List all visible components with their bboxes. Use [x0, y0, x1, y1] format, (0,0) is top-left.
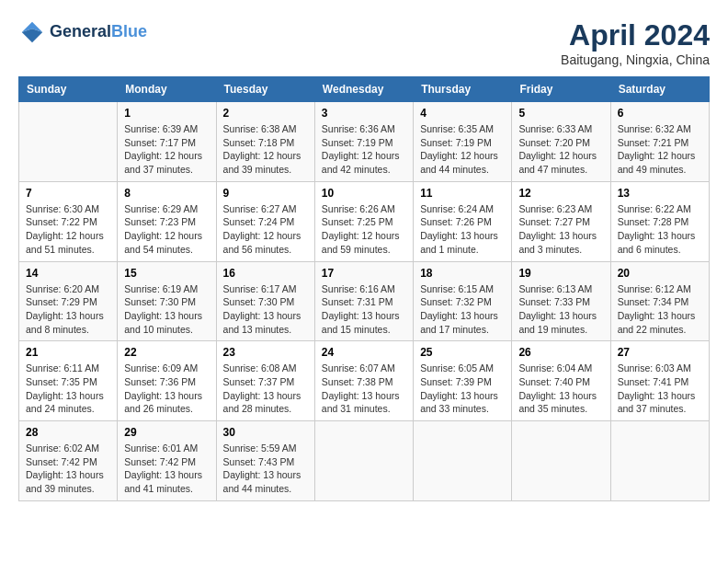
calendar-cell: 22Sunrise: 6:09 AM Sunset: 7:36 PM Dayli…: [118, 341, 216, 421]
day-number: 5: [518, 107, 603, 120]
day-number: 26: [518, 346, 603, 359]
calendar-cell: 9Sunrise: 6:27 AM Sunset: 7:24 PM Daylig…: [216, 181, 314, 261]
calendar-week-row: 21Sunrise: 6:11 AM Sunset: 7:35 PM Dayli…: [19, 341, 710, 421]
calendar-cell: 24Sunrise: 6:07 AM Sunset: 7:38 PM Dayli…: [314, 341, 413, 421]
day-number: 18: [420, 267, 505, 280]
calendar-cell: 25Sunrise: 6:05 AM Sunset: 7:39 PM Dayli…: [414, 341, 512, 421]
weekday-header-saturday: Saturday: [610, 77, 709, 102]
calendar-cell: 13Sunrise: 6:22 AM Sunset: 7:28 PM Dayli…: [610, 181, 709, 261]
day-info: Sunrise: 6:23 AM Sunset: 7:27 PM Dayligh…: [518, 202, 603, 257]
weekday-header-monday: Monday: [118, 77, 216, 102]
day-number: 2: [223, 107, 308, 120]
day-number: 3: [322, 107, 406, 120]
calendar-cell: 10Sunrise: 6:26 AM Sunset: 7:25 PM Dayli…: [314, 181, 413, 261]
day-info: Sunrise: 6:09 AM Sunset: 7:36 PM Dayligh…: [124, 362, 209, 416]
calendar-cell: 23Sunrise: 6:08 AM Sunset: 7:37 PM Dayli…: [216, 341, 314, 421]
day-number: 29: [124, 426, 209, 439]
day-number: 19: [518, 267, 603, 280]
day-number: 10: [322, 187, 406, 200]
location: Baitugang, Ningxia, China: [561, 52, 710, 67]
logo-icon: [18, 18, 46, 46]
day-number: 6: [618, 107, 702, 120]
day-number: 8: [124, 187, 209, 200]
calendar-cell: 11Sunrise: 6:24 AM Sunset: 7:26 PM Dayli…: [414, 181, 512, 261]
calendar-cell: 20Sunrise: 6:12 AM Sunset: 7:34 PM Dayli…: [610, 261, 709, 341]
day-number: 16: [223, 267, 308, 280]
day-number: 13: [618, 187, 702, 200]
calendar-cell: [512, 421, 610, 501]
calendar-cell: 27Sunrise: 6:03 AM Sunset: 7:41 PM Dayli…: [610, 341, 709, 421]
day-info: Sunrise: 6:27 AM Sunset: 7:24 PM Dayligh…: [223, 202, 308, 257]
calendar-cell: 4Sunrise: 6:35 AM Sunset: 7:19 PM Daylig…: [414, 102, 512, 182]
day-info: Sunrise: 6:24 AM Sunset: 7:26 PM Dayligh…: [420, 202, 505, 257]
day-number: 20: [618, 267, 702, 280]
day-info: Sunrise: 6:30 AM Sunset: 7:22 PM Dayligh…: [26, 202, 110, 257]
day-number: 25: [420, 346, 505, 359]
day-number: 27: [618, 346, 702, 359]
month-title: April 2024: [561, 18, 710, 52]
day-info: Sunrise: 6:38 AM Sunset: 7:18 PM Dayligh…: [223, 122, 308, 177]
day-number: 21: [26, 346, 110, 359]
day-info: Sunrise: 6:07 AM Sunset: 7:38 PM Dayligh…: [322, 362, 406, 416]
day-number: 1: [124, 107, 209, 120]
day-info: Sunrise: 6:32 AM Sunset: 7:21 PM Dayligh…: [618, 122, 702, 177]
day-number: 11: [420, 187, 505, 200]
page-header: GeneralBlue April 2024 Baitugang, Ningxi…: [18, 18, 710, 67]
day-info: Sunrise: 6:33 AM Sunset: 7:20 PM Dayligh…: [518, 122, 603, 177]
calendar-week-row: 7Sunrise: 6:30 AM Sunset: 7:22 PM Daylig…: [19, 181, 710, 261]
day-info: Sunrise: 6:22 AM Sunset: 7:28 PM Dayligh…: [618, 202, 702, 257]
day-info: Sunrise: 6:17 AM Sunset: 7:30 PM Dayligh…: [223, 282, 308, 337]
day-info: Sunrise: 6:35 AM Sunset: 7:19 PM Dayligh…: [420, 122, 505, 177]
calendar-cell: 16Sunrise: 6:17 AM Sunset: 7:30 PM Dayli…: [216, 261, 314, 341]
calendar-cell: 15Sunrise: 6:19 AM Sunset: 7:30 PM Dayli…: [118, 261, 216, 341]
day-number: 15: [124, 267, 209, 280]
day-info: Sunrise: 6:15 AM Sunset: 7:32 PM Dayligh…: [420, 282, 505, 337]
calendar-cell: 29Sunrise: 6:01 AM Sunset: 7:42 PM Dayli…: [118, 421, 216, 501]
day-info: Sunrise: 6:12 AM Sunset: 7:34 PM Dayligh…: [618, 282, 702, 337]
calendar-week-row: 1Sunrise: 6:39 AM Sunset: 7:17 PM Daylig…: [19, 102, 710, 182]
calendar-cell: 2Sunrise: 6:38 AM Sunset: 7:18 PM Daylig…: [216, 102, 314, 182]
calendar-cell: 5Sunrise: 6:33 AM Sunset: 7:20 PM Daylig…: [512, 102, 610, 182]
day-number: 12: [518, 187, 603, 200]
day-info: Sunrise: 6:11 AM Sunset: 7:35 PM Dayligh…: [26, 362, 110, 416]
calendar-cell: [314, 421, 413, 501]
day-info: Sunrise: 6:05 AM Sunset: 7:39 PM Dayligh…: [420, 362, 505, 416]
day-number: 24: [322, 346, 406, 359]
calendar-week-row: 14Sunrise: 6:20 AM Sunset: 7:29 PM Dayli…: [19, 261, 710, 341]
calendar-week-row: 28Sunrise: 6:02 AM Sunset: 7:42 PM Dayli…: [19, 421, 710, 501]
weekday-header-friday: Friday: [512, 77, 610, 102]
day-info: Sunrise: 6:08 AM Sunset: 7:37 PM Dayligh…: [223, 362, 308, 416]
calendar-cell: 7Sunrise: 6:30 AM Sunset: 7:22 PM Daylig…: [19, 181, 118, 261]
weekday-header-sunday: Sunday: [19, 77, 118, 102]
day-number: 14: [26, 267, 110, 280]
calendar-cell: 28Sunrise: 6:02 AM Sunset: 7:42 PM Dayli…: [19, 421, 118, 501]
day-info: Sunrise: 6:04 AM Sunset: 7:40 PM Dayligh…: [518, 362, 603, 416]
day-info: Sunrise: 6:39 AM Sunset: 7:17 PM Dayligh…: [124, 122, 209, 177]
day-number: 17: [322, 267, 406, 280]
calendar-cell: 30Sunrise: 5:59 AM Sunset: 7:43 PM Dayli…: [216, 421, 314, 501]
day-info: Sunrise: 6:01 AM Sunset: 7:42 PM Dayligh…: [124, 442, 209, 496]
calendar-cell: [414, 421, 512, 501]
day-info: Sunrise: 6:36 AM Sunset: 7:19 PM Dayligh…: [322, 122, 406, 177]
logo: GeneralBlue: [18, 18, 147, 46]
calendar-cell: 26Sunrise: 6:04 AM Sunset: 7:40 PM Dayli…: [512, 341, 610, 421]
calendar-cell: 1Sunrise: 6:39 AM Sunset: 7:17 PM Daylig…: [118, 102, 216, 182]
calendar-cell: 12Sunrise: 6:23 AM Sunset: 7:27 PM Dayli…: [512, 181, 610, 261]
day-info: Sunrise: 6:13 AM Sunset: 7:33 PM Dayligh…: [518, 282, 603, 337]
weekday-header-wednesday: Wednesday: [314, 77, 413, 102]
day-info: Sunrise: 6:16 AM Sunset: 7:31 PM Dayligh…: [322, 282, 406, 337]
day-info: Sunrise: 6:20 AM Sunset: 7:29 PM Dayligh…: [26, 282, 110, 337]
day-info: Sunrise: 6:19 AM Sunset: 7:30 PM Dayligh…: [124, 282, 209, 337]
title-block: April 2024 Baitugang, Ningxia, China: [561, 18, 710, 67]
calendar-cell: 6Sunrise: 6:32 AM Sunset: 7:21 PM Daylig…: [610, 102, 709, 182]
day-number: 23: [223, 346, 308, 359]
calendar-cell: [19, 102, 118, 182]
day-info: Sunrise: 6:03 AM Sunset: 7:41 PM Dayligh…: [618, 362, 702, 416]
day-number: 28: [26, 426, 110, 439]
calendar-cell: 19Sunrise: 6:13 AM Sunset: 7:33 PM Dayli…: [512, 261, 610, 341]
day-info: Sunrise: 6:26 AM Sunset: 7:25 PM Dayligh…: [322, 202, 406, 257]
calendar-cell: 14Sunrise: 6:20 AM Sunset: 7:29 PM Dayli…: [19, 261, 118, 341]
calendar-cell: 21Sunrise: 6:11 AM Sunset: 7:35 PM Dayli…: [19, 341, 118, 421]
day-number: 4: [420, 107, 505, 120]
calendar-cell: 3Sunrise: 6:36 AM Sunset: 7:19 PM Daylig…: [314, 102, 413, 182]
